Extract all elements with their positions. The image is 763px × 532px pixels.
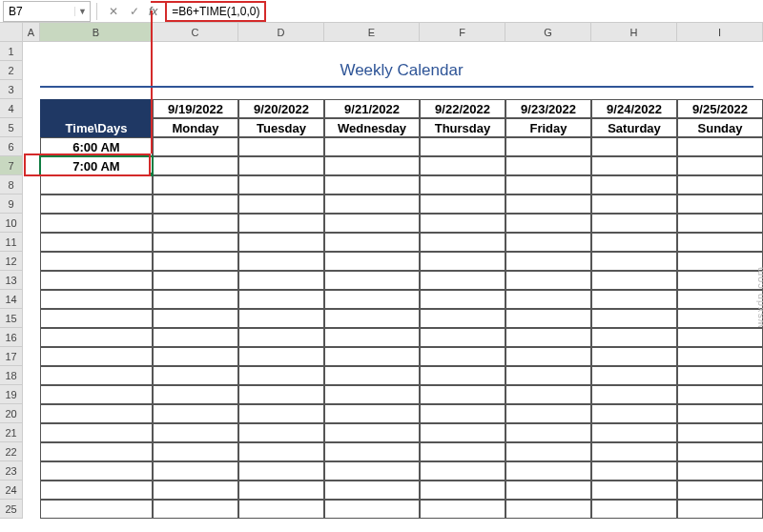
data-cell[interactable] bbox=[153, 175, 238, 194]
data-cell[interactable] bbox=[505, 214, 591, 233]
empty-cell[interactable] bbox=[23, 252, 40, 271]
data-cell[interactable] bbox=[677, 233, 763, 252]
data-cell[interactable] bbox=[238, 328, 324, 347]
data-cell[interactable] bbox=[677, 404, 763, 423]
time-cell[interactable]: 6:00 AM bbox=[40, 137, 153, 156]
data-cell[interactable] bbox=[420, 404, 505, 423]
row-header-7[interactable]: 7 bbox=[0, 156, 23, 175]
fill-handle[interactable] bbox=[149, 172, 153, 175]
data-cell[interactable] bbox=[238, 500, 324, 519]
empty-cell[interactable] bbox=[505, 42, 591, 61]
data-cell[interactable] bbox=[677, 423, 763, 442]
data-cell[interactable] bbox=[40, 404, 153, 423]
data-cell[interactable] bbox=[40, 233, 153, 252]
data-cell[interactable] bbox=[420, 214, 505, 233]
data-cell[interactable] bbox=[40, 328, 153, 347]
data-cell[interactable] bbox=[505, 500, 591, 519]
row-header-3[interactable]: 3 bbox=[0, 80, 23, 99]
data-cell[interactable] bbox=[324, 233, 420, 252]
data-cell[interactable] bbox=[420, 175, 505, 194]
data-cell[interactable] bbox=[238, 271, 324, 290]
data-cell[interactable] bbox=[505, 175, 591, 194]
data-cell[interactable] bbox=[324, 290, 420, 309]
data-cell[interactable] bbox=[324, 347, 420, 366]
row-header-12[interactable]: 12 bbox=[0, 252, 23, 271]
data-cell[interactable] bbox=[677, 137, 763, 156]
data-cell[interactable] bbox=[677, 309, 763, 328]
data-cell[interactable] bbox=[677, 271, 763, 290]
data-cell[interactable] bbox=[677, 214, 763, 233]
data-cell[interactable] bbox=[153, 233, 238, 252]
data-cell[interactable] bbox=[591, 404, 677, 423]
data-cell[interactable] bbox=[591, 461, 677, 481]
empty-cell[interactable] bbox=[23, 194, 40, 214]
empty-cell[interactable] bbox=[23, 175, 40, 194]
empty-cell[interactable] bbox=[23, 156, 40, 175]
row-header-17[interactable]: 17 bbox=[0, 347, 23, 366]
row-header-1[interactable]: 1 bbox=[0, 42, 23, 61]
data-cell[interactable] bbox=[324, 137, 420, 156]
empty-cell[interactable] bbox=[23, 347, 40, 366]
empty-cell[interactable] bbox=[23, 461, 40, 481]
row-header-9[interactable]: 9 bbox=[0, 194, 23, 214]
data-cell[interactable] bbox=[677, 252, 763, 271]
data-cell[interactable] bbox=[591, 366, 677, 385]
name-box-dropdown-icon[interactable]: ▼ bbox=[74, 7, 90, 16]
data-cell[interactable] bbox=[505, 461, 591, 481]
fx-icon[interactable]: fx bbox=[149, 5, 157, 18]
row-header-2[interactable]: 2 bbox=[0, 61, 23, 80]
empty-cell[interactable] bbox=[23, 61, 40, 80]
data-cell[interactable] bbox=[40, 252, 153, 271]
data-cell[interactable] bbox=[591, 328, 677, 347]
data-cell[interactable] bbox=[153, 404, 238, 423]
data-cell[interactable] bbox=[505, 137, 591, 156]
data-cell[interactable] bbox=[505, 156, 591, 175]
data-cell[interactable] bbox=[238, 137, 324, 156]
data-cell[interactable] bbox=[40, 423, 153, 442]
data-cell[interactable] bbox=[591, 214, 677, 233]
data-cell[interactable] bbox=[324, 481, 420, 500]
row-header-23[interactable]: 23 bbox=[0, 461, 23, 481]
cancel-icon[interactable]: ✕ bbox=[105, 3, 122, 20]
empty-cell[interactable] bbox=[23, 404, 40, 423]
data-cell[interactable] bbox=[153, 481, 238, 500]
data-cell[interactable] bbox=[40, 309, 153, 328]
row-header-6[interactable]: 6 bbox=[0, 137, 23, 156]
data-cell[interactable] bbox=[153, 290, 238, 309]
data-cell[interactable] bbox=[40, 500, 153, 519]
data-cell[interactable] bbox=[238, 442, 324, 461]
data-cell[interactable] bbox=[591, 156, 677, 175]
data-cell[interactable] bbox=[420, 500, 505, 519]
empty-cell[interactable] bbox=[23, 118, 40, 137]
active-cell-b7[interactable]: 7:00 AM bbox=[40, 156, 153, 175]
empty-cell[interactable] bbox=[40, 42, 153, 61]
row-header-25[interactable]: 25 bbox=[0, 500, 23, 519]
data-cell[interactable] bbox=[677, 194, 763, 214]
data-cell[interactable] bbox=[505, 233, 591, 252]
data-cell[interactable] bbox=[153, 347, 238, 366]
data-cell[interactable] bbox=[238, 404, 324, 423]
data-cell[interactable] bbox=[420, 290, 505, 309]
col-header-I[interactable]: I bbox=[677, 23, 763, 42]
empty-cell[interactable] bbox=[23, 137, 40, 156]
row-header-14[interactable]: 14 bbox=[0, 290, 23, 309]
data-cell[interactable] bbox=[420, 252, 505, 271]
data-cell[interactable] bbox=[505, 328, 591, 347]
data-cell[interactable] bbox=[420, 385, 505, 404]
data-cell[interactable] bbox=[420, 233, 505, 252]
empty-cell[interactable] bbox=[23, 290, 40, 309]
data-cell[interactable] bbox=[238, 194, 324, 214]
data-cell[interactable] bbox=[591, 500, 677, 519]
data-cell[interactable] bbox=[324, 175, 420, 194]
data-cell[interactable] bbox=[40, 214, 153, 233]
data-cell[interactable] bbox=[505, 290, 591, 309]
name-box[interactable]: B7 ▼ bbox=[3, 1, 91, 22]
empty-cell[interactable] bbox=[505, 80, 591, 99]
data-cell[interactable] bbox=[238, 214, 324, 233]
data-cell[interactable] bbox=[420, 194, 505, 214]
data-cell[interactable] bbox=[420, 271, 505, 290]
data-cell[interactable] bbox=[505, 423, 591, 442]
data-cell[interactable] bbox=[324, 252, 420, 271]
data-cell[interactable] bbox=[324, 385, 420, 404]
data-cell[interactable] bbox=[591, 271, 677, 290]
